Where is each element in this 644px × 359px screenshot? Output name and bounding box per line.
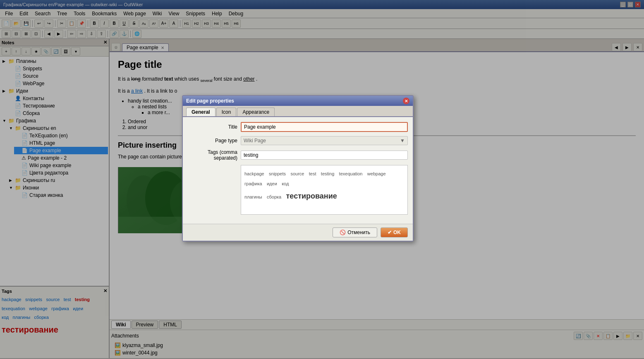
dlg-tag-test[interactable]: test [309,171,316,176]
dialog-tab-general[interactable]: General [186,108,215,116]
dlg-tag-ideas[interactable]: идеи [267,181,277,186]
dlg-tag-hackpage[interactable]: hackpage [244,171,264,176]
edit-page-properties-dialog: Edit page properties ✕ General Icon Appe… [182,95,414,242]
cancel-label: Отменить [347,230,370,235]
title-row: Title [188,122,408,132]
dlg-tag-snippets[interactable]: snippets [269,171,286,176]
dialog-body: Title Page type Wiki Page ▼ Tags (comma … [183,117,413,224]
dlg-tag-texequation[interactable]: texequation [339,171,363,176]
tags-field-label: Tags (comma separated) [188,149,237,161]
dlg-tag-source[interactable]: source [290,171,304,176]
dialog-close-button[interactable]: ✕ [403,98,409,104]
dialog-overlay: Edit page properties ✕ General Icon Appe… [0,0,644,359]
cancel-icon: 🚫 [340,230,346,235]
tags-input[interactable] [241,151,408,160]
dlg-tag-build[interactable]: сборка [267,194,281,199]
dlg-tag-webpage[interactable]: webpage [367,171,386,176]
dlg-tag-code[interactable]: код [282,181,289,186]
dialog-buttons: 🚫 Отменить ✔ OK [183,224,413,241]
title-input[interactable] [241,122,408,132]
dlg-tag-testing-large[interactable]: тестирование [286,192,337,200]
dropdown-arrow-icon: ▼ [400,138,405,144]
dialog-tab-icon[interactable]: Icon [216,108,237,116]
dialog-tab-appearance[interactable]: Appearance [237,108,275,116]
type-field-label: Page type [188,138,237,144]
dialog-title-bar: Edit page properties ✕ [183,96,413,106]
dialog-title: Edit page properties [186,98,234,104]
dlg-tag-testing[interactable]: testing [321,171,334,176]
ok-button[interactable]: ✔ OK [381,227,408,237]
dlg-tag-plugins[interactable]: плагины [244,194,262,199]
ok-icon: ✔ [388,230,392,235]
tags-row: Tags (comma separated) [188,149,408,161]
cancel-button[interactable]: 🚫 Отменить [333,227,377,237]
dialog-tabs: General Icon Appearance [183,106,413,117]
dlg-tag-graphics[interactable]: графика [244,181,262,186]
ok-label: OK [393,230,401,235]
dialog-tag-cloud: hackpage snippets source test testing te… [241,165,408,215]
type-row: Page type Wiki Page ▼ [188,136,408,145]
type-dropdown[interactable]: Wiki Page ▼ [241,136,408,145]
title-field-label: Title [188,124,237,130]
type-value: Wiki Page [244,138,266,144]
